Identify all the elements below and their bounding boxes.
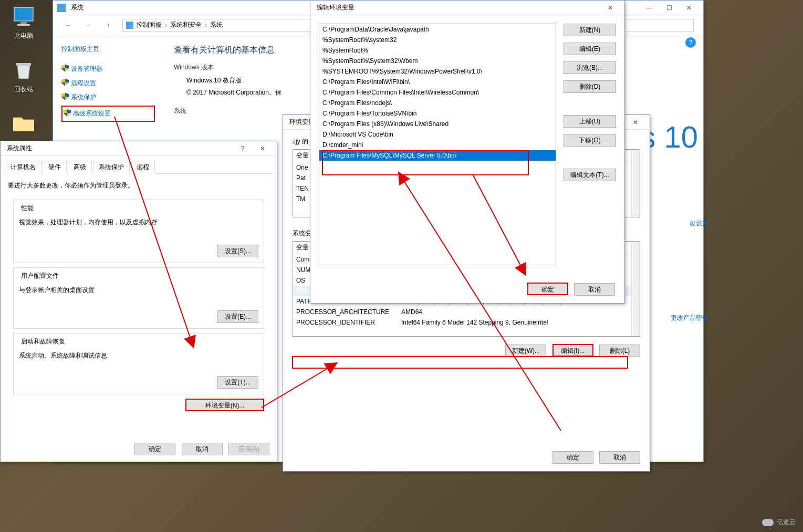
sysprops-titlebar[interactable]: 系统属性 ? ✕ xyxy=(1,141,277,156)
list-item[interactable]: C:\Program Files\Intel\WiFi\bin\ xyxy=(319,77,556,87)
sidebar-link: 高级系统设置 xyxy=(73,110,111,117)
sidebar-item-remote[interactable]: 远程设置 xyxy=(61,76,155,90)
svg-rect-1 xyxy=(20,22,27,24)
new-button[interactable]: 新建(N) xyxy=(564,24,616,36)
perf-settings-button[interactable]: 设置(S)... xyxy=(217,245,258,257)
sysprops-title: 系统属性 xyxy=(5,144,233,153)
cancel-button[interactable]: 取消 xyxy=(182,443,223,455)
tab-hardware[interactable]: 硬件 xyxy=(43,161,67,174)
list-item[interactable]: C:\Program Files\MySQL\MySQL Server 8.0\… xyxy=(319,150,556,161)
list-item[interactable]: C:\Program Files\Common Files\Intel\Wire… xyxy=(319,87,556,98)
edit-text-button[interactable]: 编辑文本(T)... xyxy=(564,169,616,181)
desktop-icon-recycle[interactable]: 回收站 xyxy=(4,58,43,94)
ok-button[interactable]: 确定 xyxy=(134,443,175,455)
list-item[interactable]: %SystemRoot% xyxy=(319,45,556,56)
profile-desc: 与登录帐户相关的桌面设置 xyxy=(19,286,258,295)
shield-icon xyxy=(61,79,69,86)
tab-computer-name[interactable]: 计算机名 xyxy=(5,161,41,174)
list-item[interactable]: D:\Microsoft VS Code\bin xyxy=(319,129,556,140)
svg-rect-4 xyxy=(16,63,31,66)
startup-desc: 系统启动、系统故障和调试信息 xyxy=(19,351,258,360)
recycle-bin-icon xyxy=(11,58,36,83)
crumb[interactable]: 控制面板 xyxy=(137,20,162,29)
table-row[interactable]: PROCESSOR_ARCHITECTUREAMD64 xyxy=(293,307,640,317)
list-item[interactable]: %SystemRoot%\system32 xyxy=(319,35,556,45)
delete-button[interactable]: 删除(L) xyxy=(599,345,640,357)
ok-button[interactable]: 确定 xyxy=(527,283,568,295)
shield-icon xyxy=(64,109,71,117)
desktop-icon-label: 此电脑 xyxy=(14,32,33,39)
list-item[interactable]: C:\Program Files (x86)\Windows Live\Shar… xyxy=(319,119,556,129)
sidebar-link: 远程设置 xyxy=(71,79,96,87)
apply-button[interactable]: 应用(A) xyxy=(228,443,269,455)
table-row[interactable]: PROCESSOR_IDENTIFIERIntel64 Family 6 Mod… xyxy=(293,317,640,328)
minimize-button[interactable]: — xyxy=(639,2,659,14)
shield-icon xyxy=(61,93,69,100)
move-down-button[interactable]: 下移(O) xyxy=(564,134,616,147)
watermark-text: 亿速云 xyxy=(777,518,796,527)
scrollbar[interactable] xyxy=(631,150,640,217)
list-item[interactable]: %SYSTEMROOT%\System32\WindowsPowerShell\… xyxy=(319,66,556,77)
edit-button[interactable]: 编辑(E) xyxy=(564,43,616,55)
editenv-sidebuttons: 新建(N) 编辑(E) 浏览(B)... 删除(D) 上移(U) 下移(O) 编… xyxy=(564,24,616,297)
close-button[interactable]: ✕ xyxy=(600,2,620,14)
monitor-icon xyxy=(11,4,36,29)
crumb[interactable]: 系统 xyxy=(210,20,223,29)
computer-icon xyxy=(57,4,66,12)
new-button[interactable]: 新建(W)... xyxy=(505,345,546,357)
right-link-change[interactable]: 改设置 xyxy=(690,219,708,228)
tab-advanced[interactable]: 高级 xyxy=(68,161,92,174)
system-properties-window: 系统属性 ? ✕ 计算机名 硬件 高级 系统保护 远程 要进行大多数更改，你必须… xyxy=(0,141,277,462)
browse-button[interactable]: 浏览(B)... xyxy=(564,61,616,74)
close-button[interactable]: ✕ xyxy=(679,2,699,14)
watermark: 亿速云 xyxy=(762,518,796,527)
env-vars-button[interactable]: 环境变量(N)... xyxy=(185,399,264,411)
delete-button[interactable]: 删除(D) xyxy=(564,80,616,93)
maximize-button[interactable]: ☐ xyxy=(659,2,679,14)
desktop-icon-folder[interactable] xyxy=(4,110,43,138)
admin-note: 要进行大多数更改，你必须作为管理员登录。 xyxy=(8,181,269,190)
edit-env-window: 编辑环境变量 ✕ C:\ProgramData\Oracle\Java\java… xyxy=(310,0,625,304)
profile-settings-button[interactable]: 设置(E)... xyxy=(217,310,258,323)
path-listbox[interactable]: C:\ProgramData\Oracle\Java\javapath%Syst… xyxy=(319,24,556,265)
list-item[interactable]: C:\Program Files\nodejs\ xyxy=(319,98,556,108)
close-button[interactable]: ✕ xyxy=(625,117,645,128)
tab-remote[interactable]: 远程 xyxy=(131,161,155,174)
folder-icon xyxy=(11,110,36,135)
cancel-button[interactable]: 取消 xyxy=(574,283,615,296)
profile-title: 用户配置文件 xyxy=(19,272,61,280)
up-button[interactable]: ↑ xyxy=(98,19,118,31)
cancel-button[interactable]: 取消 xyxy=(599,451,640,464)
sidebar-item-protection[interactable]: 系统保护 xyxy=(61,90,155,105)
startup-settings-button[interactable]: 设置(T)... xyxy=(217,376,258,389)
sysvars-buttons: 新建(W)... 编辑(I)... 删除(L) xyxy=(293,344,640,357)
sidebar-item-device-manager[interactable]: 设备管理器 xyxy=(61,62,155,76)
desktop-icon-this-pc[interactable]: 此电脑 xyxy=(4,4,43,40)
svg-rect-2 xyxy=(17,24,30,26)
startup-title: 启动和故障恢复 xyxy=(19,337,67,346)
close-button[interactable]: ✕ xyxy=(253,143,273,154)
move-up-button[interactable]: 上移(U) xyxy=(564,115,616,128)
crumb[interactable]: 系统和安全 xyxy=(170,20,202,29)
scrollbar[interactable] xyxy=(631,242,640,336)
perf-desc: 视觉效果，处理器计划，内存使用，以及虚拟内存 xyxy=(19,218,258,227)
back-button[interactable]: ← xyxy=(58,19,78,31)
tab-protection[interactable]: 系统保护 xyxy=(93,161,130,174)
list-item[interactable]: C:\ProgramData\Oracle\Java\javapath xyxy=(319,24,556,35)
sysprops-body: 要进行大多数更改，你必须作为管理员登录。 性能 视觉效果，处理器计划，内存使用，… xyxy=(1,174,277,411)
sysprops-tabs: 计算机名 硬件 高级 系统保护 远程 xyxy=(4,159,274,174)
edit-button[interactable]: 编辑(I)... xyxy=(552,344,593,357)
editenv-body: C:\ProgramData\Oracle\Java\javapath%Syst… xyxy=(310,15,624,303)
startup-fieldset: 启动和故障恢复 系统启动、系统故障和调试信息 设置(T)... xyxy=(13,333,264,394)
sidebar-item-advanced[interactable]: 高级系统设置 xyxy=(61,106,155,122)
help-button[interactable]: ? xyxy=(233,143,253,154)
monitor-icon xyxy=(126,22,133,29)
right-link-key[interactable]: 更改产品密钥 xyxy=(671,314,708,322)
editenv-titlebar[interactable]: 编辑环境变量 ✕ xyxy=(310,1,624,15)
desktop-icon-label: 回收站 xyxy=(14,86,33,93)
list-item[interactable]: D:\cmder_mini xyxy=(319,140,556,150)
forward-button[interactable]: → xyxy=(78,19,98,31)
list-item[interactable]: C:\Program Files\TortoiseSVN\bin xyxy=(319,108,556,119)
list-item[interactable]: %SystemRoot%\System32\Wbem xyxy=(319,56,556,66)
ok-button[interactable]: 确定 xyxy=(552,451,593,464)
